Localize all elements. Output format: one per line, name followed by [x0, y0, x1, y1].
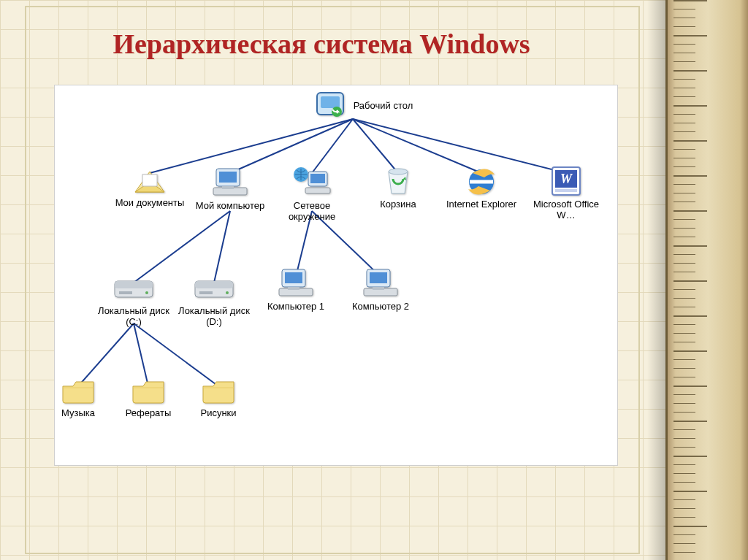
node-label: Microsoft Office W… [526, 199, 606, 221]
node-desktop: Рабочий стол [314, 90, 460, 120]
ie-icon [464, 164, 499, 198]
svg-rect-40 [199, 291, 213, 294]
node-recycle-bin: Корзина [358, 166, 438, 210]
svg-rect-42 [285, 272, 302, 283]
node-ms-word: W Microsoft Office W… [526, 164, 606, 221]
computer-icon [361, 266, 400, 300]
svg-rect-20 [219, 172, 237, 183]
node-label: Рефераты [108, 408, 188, 419]
svg-rect-18 [142, 174, 157, 186]
svg-rect-46 [370, 272, 387, 283]
node-label: Сетевое окружение [272, 201, 352, 223]
folder-icon [200, 377, 237, 407]
svg-point-35 [145, 291, 148, 294]
node-network: Сетевое окружение [272, 164, 352, 223]
node-label: Компьютер 2 [340, 302, 421, 312]
ruler-strip [665, 0, 748, 560]
svg-line-3 [353, 119, 398, 173]
svg-point-39 [226, 291, 229, 294]
desktop-icon [314, 90, 346, 120]
svg-line-6 [134, 211, 230, 283]
node-label: Рисунки [178, 408, 259, 419]
svg-rect-38 [195, 281, 233, 288]
node-disk-c: Локальный диск (C:) [94, 275, 174, 328]
folder-icon [60, 377, 96, 407]
node-label: Мои документы [110, 198, 190, 209]
node-computer2: Компьютер 2 [340, 266, 421, 312]
page-title: Иерархическая система Windows [0, 29, 643, 60]
svg-rect-22 [222, 186, 234, 189]
node-my-computer: Мой компьютер [190, 166, 270, 212]
svg-rect-44 [288, 287, 299, 290]
svg-rect-25 [310, 174, 325, 183]
svg-rect-48 [373, 287, 384, 290]
svg-point-27 [389, 169, 408, 174]
node-essays: Рефераты [108, 377, 188, 419]
svg-rect-26 [305, 188, 330, 193]
node-my-documents: Мои документы [110, 167, 190, 209]
node-label: Компьютер 1 [256, 302, 336, 312]
node-music: Музыка [38, 377, 118, 419]
svg-text:W: W [560, 172, 573, 186]
node-label: Локальный диск (C:) [94, 306, 174, 328]
hard-drive-icon [112, 275, 156, 304]
ruler-shadow [647, 0, 668, 560]
recycle-bin-icon [381, 166, 415, 198]
node-label: Музыка [38, 408, 118, 419]
envelope-icon [132, 167, 167, 196]
svg-rect-14 [321, 96, 340, 108]
svg-rect-32 [555, 189, 577, 192]
svg-rect-36 [119, 291, 132, 294]
node-label: Рабочий стол [354, 101, 413, 112]
word-icon: W [548, 164, 584, 198]
node-label: Локальный диск (D:) [174, 306, 254, 328]
node-computer1: Компьютер 1 [256, 266, 336, 312]
node-label: Корзина [358, 199, 438, 210]
slide: Иерархическая система Windows [0, 0, 748, 560]
hard-drive-icon [192, 275, 236, 304]
computer-icon [210, 166, 250, 199]
node-pictures: Рисунки [178, 377, 259, 419]
network-icon [291, 164, 333, 199]
computer-icon [276, 266, 316, 300]
node-disk-d: Локальный диск (D:) [174, 275, 254, 328]
node-internet-explorer: Internet Explorer [441, 164, 522, 210]
node-label: Internet Explorer [441, 199, 522, 210]
hierarchy-diagram: Рабочий стол Мои документы Мой компьютер [54, 85, 618, 466]
svg-rect-34 [115, 281, 153, 288]
node-label: Мой компьютер [190, 201, 270, 212]
folder-icon [130, 377, 167, 407]
